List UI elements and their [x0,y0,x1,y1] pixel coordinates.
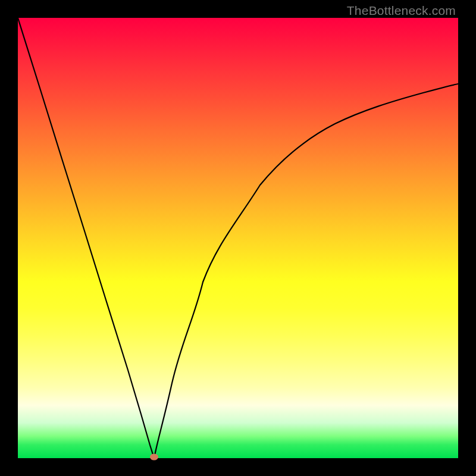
bottleneck-curve [18,18,458,458]
curve-left-branch [18,18,154,458]
minimum-marker [150,454,158,461]
chart-frame: TheBottleneck.com [0,0,476,476]
plot-area [18,18,458,458]
curve-right-branch [154,84,458,458]
watermark-text: TheBottleneck.com [347,4,456,18]
